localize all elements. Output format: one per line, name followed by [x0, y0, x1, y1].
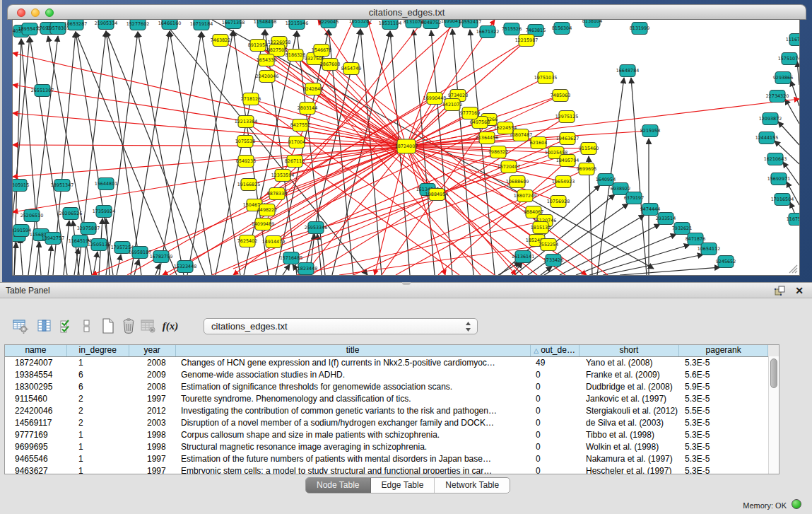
- new-column-button[interactable]: [99, 317, 117, 335]
- close-panel-icon[interactable]: ✕: [795, 284, 804, 297]
- node-label: 19884954: [425, 192, 449, 197]
- cell-name: 18300295: [5, 381, 67, 393]
- cell-in_degree: 1: [67, 453, 129, 465]
- show-columns-button[interactable]: [35, 317, 54, 335]
- table-row[interactable]: 911546021997Tourette syndrome. Phenomeno…: [5, 393, 779, 405]
- cell-year: 1997: [129, 453, 176, 465]
- cell-name: 19384554: [5, 369, 67, 381]
- cell-year: 2008: [129, 357, 176, 369]
- function-builder-icon: f(x): [163, 320, 179, 332]
- citation-edge-black: [106, 31, 141, 275]
- node-label: 8229045: [319, 20, 339, 25]
- column-header-short[interactable]: short: [579, 345, 680, 356]
- table-scrollbar[interactable]: [768, 356, 779, 474]
- citation-edge-black: [631, 78, 647, 275]
- node-label: 14099489: [252, 221, 275, 227]
- cell-pagerank: 5.9E-5: [681, 381, 770, 393]
- cell-title: Disruption of a novel member of a sodium…: [176, 417, 531, 429]
- deselect-all-button[interactable]: [78, 317, 96, 335]
- table-settings-button[interactable]: [11, 317, 30, 335]
- node-label: 10653287: [64, 21, 88, 27]
- cell-out_de: 0: [531, 417, 580, 429]
- delete-table-button[interactable]: [139, 317, 158, 335]
- node-label: 5878334: [267, 191, 287, 197]
- cell-name: 9463627: [5, 465, 67, 474]
- node-label: 4498222: [257, 207, 277, 213]
- cell-title: Tourette syndrome. Phenomenology and cla…: [176, 393, 531, 405]
- table-row[interactable]: 946362711997Embryonic stem cells: a mode…: [5, 465, 779, 474]
- node-label: 1167533: [787, 216, 799, 222]
- select-all-button[interactable]: [57, 317, 76, 335]
- cell-in_degree: 2: [67, 393, 129, 405]
- select-all-icon: [59, 319, 73, 333]
- citation-edge-black: [791, 81, 799, 106]
- node-label: 6379197: [624, 195, 644, 201]
- column-header-name[interactable]: name: [5, 345, 67, 356]
- node-label: 32975887: [77, 226, 100, 231]
- citation-edge-black: [106, 32, 138, 275]
- network-window-titlebar[interactable]: citations_edges.txt: [7, 4, 806, 20]
- delete-column-button[interactable]: [119, 317, 138, 335]
- citation-edge-red: [13, 113, 406, 146]
- cell-name: 9115460: [5, 393, 67, 405]
- citation-edge-red: [318, 20, 406, 146]
- node-label: 16224554: [494, 125, 517, 131]
- cell-short: Franke et al. (2009): [580, 369, 681, 381]
- column-header-out_de[interactable]: △out_de…: [531, 345, 579, 356]
- tab-node-table[interactable]: Node Table: [306, 478, 371, 493]
- node-label: 10719184: [190, 21, 213, 27]
- cell-out_de: 0: [531, 465, 580, 474]
- table-row[interactable]: 969969511998Structural magnetic resonanc…: [5, 441, 779, 453]
- resize-grip-icon[interactable]: [788, 264, 798, 274]
- node-label: 19751035: [534, 75, 558, 81]
- cell-out_de: 0: [531, 381, 580, 393]
- node-label: 20206526: [59, 211, 83, 216]
- node-label: 15277602: [126, 21, 150, 27]
- tab-network-table[interactable]: Network Table: [435, 478, 510, 493]
- citation-edge-red: [251, 99, 406, 146]
- cell-name: 9699695: [5, 441, 67, 453]
- node-label: 10688609: [506, 179, 529, 185]
- sort-ascending-icon: △: [534, 347, 539, 354]
- citation-edge-red: [13, 146, 406, 177]
- cell-out_de: 0: [531, 405, 580, 417]
- cell-short: Wolkin et al. (1998): [580, 441, 681, 453]
- table-selector[interactable]: citations_edges.txt: [204, 318, 478, 334]
- table-row[interactable]: 1456911722003Disruption of a novel membe…: [5, 417, 779, 429]
- node-label: 8156304: [552, 25, 572, 31]
- select-arrows-icon: [465, 321, 471, 332]
- column-header-in_degree[interactable]: in_degree: [67, 345, 129, 356]
- tab-edge-table[interactable]: Edge Table: [371, 478, 435, 493]
- cell-name: 9465546: [5, 453, 67, 465]
- cell-title: Genome-wide association studies in ADHD.: [176, 369, 531, 381]
- function-builder-button[interactable]: f(x): [161, 317, 180, 335]
- node-label: 9777169: [460, 110, 480, 116]
- citation-edge-black: [778, 122, 799, 145]
- table-row[interactable]: 946554611997Estimation of the future num…: [5, 453, 779, 465]
- table-row[interactable]: 1872400712008Changes of HCN gene express…: [5, 357, 779, 369]
- network-desktop: citations_edges.txt 24055724189554722769…: [0, 0, 812, 282]
- float-panel-icon[interactable]: [774, 285, 787, 296]
- table-row[interactable]: 977716911998Corpus callosum shape and si…: [5, 429, 779, 441]
- cell-title: Structural magnetic resonance image aver…: [176, 441, 531, 453]
- node-label: 9734028: [448, 93, 468, 98]
- node-label: 917004: [288, 139, 305, 145]
- citation-edge-red: [13, 145, 406, 146]
- column-header-title[interactable]: title: [176, 345, 531, 356]
- column-header-pagerank[interactable]: pagerank: [679, 345, 768, 356]
- table-row[interactable]: 1830029562008Estimation of significance …: [5, 381, 779, 393]
- cell-short: de Silva et al. (2003): [580, 417, 681, 429]
- table-row[interactable]: 1938455462009Genome-wide association stu…: [5, 369, 779, 381]
- splitter-handle[interactable]: [402, 282, 411, 285]
- cell-out_de: 0: [531, 369, 580, 381]
- scrollbar-thumb[interactable]: [770, 358, 777, 388]
- node-label: 9827505: [267, 47, 287, 53]
- cell-out_de: 0: [531, 393, 580, 405]
- cell-pagerank: 5.5E-5: [681, 405, 770, 417]
- memory-status-indicator: [792, 499, 801, 509]
- network-canvas[interactable]: 2405572418955472276914061957830110653287…: [13, 20, 799, 275]
- column-header-year[interactable]: year: [129, 345, 176, 356]
- table-row[interactable]: 2242004622012Investigating the contribut…: [5, 405, 779, 417]
- node-table[interactable]: namein_degreeyeartitle△out_de…shortpager…: [4, 344, 779, 474]
- node-label: 9293866: [773, 75, 793, 81]
